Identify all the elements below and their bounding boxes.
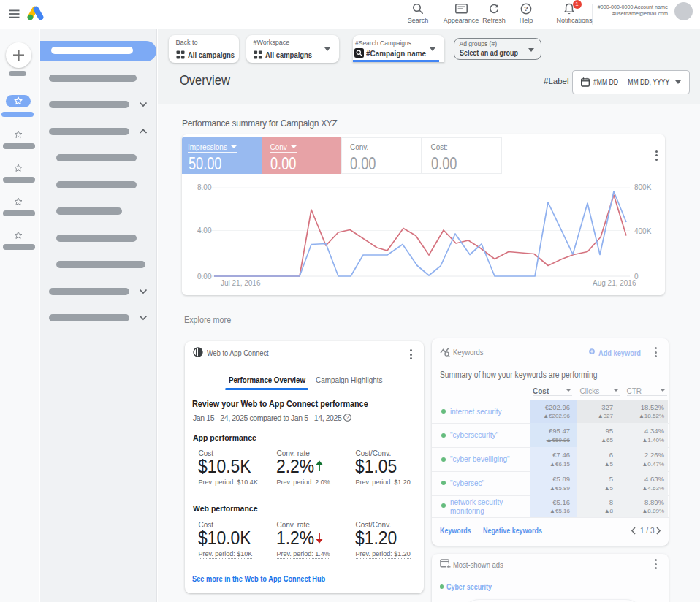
svg-text:400K: 400K <box>634 227 652 235</box>
svg-text:Jul 21, 2016: Jul 21, 2016 <box>221 279 261 287</box>
svg-text:?: ? <box>524 4 528 12</box>
svg-text:800K: 800K <box>634 183 652 191</box>
svg-text:8.00: 8.00 <box>197 183 212 191</box>
svg-text:Aug 21, 2016: Aug 21, 2016 <box>593 279 636 287</box>
svg-text:4.00: 4.00 <box>197 226 212 235</box>
svg-text:0.00: 0.00 <box>197 273 212 281</box>
svg-text:?: ? <box>346 415 349 420</box>
